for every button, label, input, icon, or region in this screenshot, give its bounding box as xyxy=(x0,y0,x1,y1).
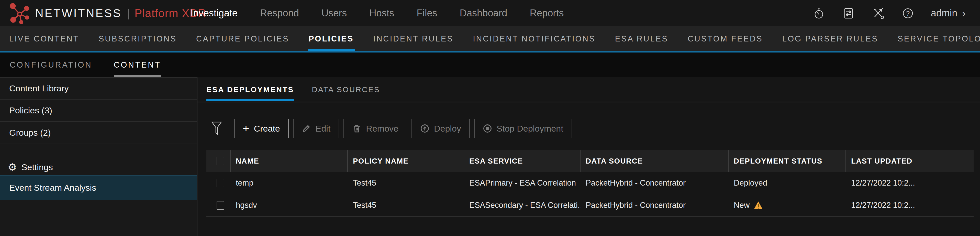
nav2-live-content[interactable]: LIVE CONTENT xyxy=(9,26,79,51)
row-checkbox[interactable] xyxy=(216,179,224,187)
brand-separator: | xyxy=(127,7,130,20)
deploy-up-icon xyxy=(420,124,430,133)
sidebar-item-groups[interactable]: Groups (2) xyxy=(0,122,197,144)
user-menu[interactable]: admin › xyxy=(931,8,966,19)
nav2-log-parser-rules[interactable]: LOG PARSER RULES xyxy=(782,26,878,51)
tab-data-sources[interactable]: DATA SOURCES xyxy=(312,77,380,102)
table-row[interactable]: hgsdv Test45 ESASecondary - ESA Correlat… xyxy=(206,194,974,217)
nav2-custom-feeds[interactable]: CUSTOM FEEDS xyxy=(688,26,763,51)
topbar-right: ? admin › xyxy=(812,6,966,20)
warning-icon xyxy=(754,201,763,210)
cell-policy-name: Test45 xyxy=(348,172,464,194)
topnav-files[interactable]: Files xyxy=(417,8,437,19)
topnav-dashboard[interactable]: Dashboard xyxy=(460,8,508,19)
user-name: admin xyxy=(931,8,958,19)
brand[interactable]: NETWITNESS | Platform XDR xyxy=(10,3,206,24)
cell-deployment-status: New xyxy=(729,194,846,216)
deploy-button[interactable]: Deploy xyxy=(412,119,470,138)
nav2-service-topology[interactable]: SERVICE TOPOLOGY xyxy=(898,26,980,51)
cell-name: hgsdv xyxy=(231,194,348,216)
top-bar: NETWITNESS | Platform XDR Investigate Re… xyxy=(0,0,980,26)
tab-esa-deployments[interactable]: ESA DEPLOYMENTS xyxy=(206,77,294,102)
app-root: NETWITNESS | Platform XDR Investigate Re… xyxy=(0,0,980,236)
main-panel: ESA DEPLOYMENTS DATA SOURCES + Create Ed… xyxy=(197,77,980,236)
cell-name: temp xyxy=(231,172,348,194)
nav2-policies[interactable]: POLICIES xyxy=(309,26,354,51)
col-header-esa-service[interactable]: ESA SERVICE xyxy=(464,150,581,172)
nav2-esa-rules[interactable]: ESA RULES xyxy=(615,26,668,51)
cell-esa-service: ESAPrimary - ESA Correlation xyxy=(464,172,581,194)
trash-icon xyxy=(352,124,361,133)
topnav-investigate[interactable]: Investigate xyxy=(191,8,238,19)
stop-deployment-button[interactable]: Stop Deployment xyxy=(474,119,572,138)
secondary-nav: LIVE CONTENT SUBSCRIPTIONS CAPTURE POLIC… xyxy=(0,26,980,53)
sidebar-settings-header: ⚙ Settings xyxy=(0,159,197,175)
brand-name: NETWITNESS xyxy=(35,7,122,20)
cell-data-source: PacketHybrid - Concentrator xyxy=(581,172,729,194)
topnav-users[interactable]: Users xyxy=(321,8,347,19)
table-header-row: NAME POLICY NAME ESA SERVICE DATA SOURCE… xyxy=(206,150,974,172)
col-header-name[interactable]: NAME xyxy=(231,150,348,172)
col-header-last-updated[interactable]: LAST UPDATED xyxy=(846,150,974,172)
main-tabs: ESA DEPLOYMENTS DATA SOURCES xyxy=(197,77,980,102)
sidebar: Content Library Policies (3) Groups (2) … xyxy=(0,77,197,236)
pencil-icon xyxy=(302,124,311,133)
svg-text:?: ? xyxy=(906,10,910,17)
topnav-respond[interactable]: Respond xyxy=(260,8,299,19)
tertiary-nav: CONFIGURATION CONTENT xyxy=(0,53,980,77)
gear-icon: ⚙ xyxy=(8,162,17,172)
col-header-deployment-status[interactable]: DEPLOYMENT STATUS xyxy=(729,150,846,172)
stop-icon xyxy=(483,124,492,133)
nav2-incident-notifications[interactable]: INCIDENT NOTIFICATIONS xyxy=(473,26,596,51)
cell-esa-service: ESASecondary - ESA Correlati... xyxy=(464,194,581,216)
cell-data-source: PacketHybrid - Concentrator xyxy=(581,194,729,216)
tools-icon[interactable] xyxy=(872,6,885,20)
cell-last-updated: 12/27/2022 10:2... xyxy=(846,194,974,216)
topnav-reports[interactable]: Reports xyxy=(530,8,564,19)
sidebar-settings-label: Settings xyxy=(21,162,53,172)
deployments-table: NAME POLICY NAME ESA SERVICE DATA SOURCE… xyxy=(206,150,974,217)
toolbar: + Create Edit Remove Deploy Stop D xyxy=(211,119,980,138)
sidebar-item-event-stream-analysis[interactable]: Event Stream Analysis xyxy=(0,175,197,200)
edit-button[interactable]: Edit xyxy=(293,119,339,138)
stopwatch-icon[interactable] xyxy=(812,6,826,20)
create-button[interactable]: + Create xyxy=(234,119,289,138)
cell-last-updated: 12/27/2022 10:2... xyxy=(846,172,974,194)
cell-deployment-status: Deployed xyxy=(729,172,846,194)
col-header-data-source[interactable]: DATA SOURCE xyxy=(581,150,729,172)
content-area: Content Library Policies (3) Groups (2) … xyxy=(0,77,980,236)
chevron-right-icon: › xyxy=(962,8,966,19)
sidebar-item-content-library[interactable]: Content Library xyxy=(0,77,197,100)
cell-policy-name: Test45 xyxy=(348,194,464,216)
topnav-hosts[interactable]: Hosts xyxy=(369,8,394,19)
nav2-incident-rules[interactable]: INCIDENT RULES xyxy=(373,26,453,51)
netwitness-logo-icon xyxy=(10,3,30,24)
nav3-content[interactable]: CONTENT xyxy=(114,53,161,77)
remove-button[interactable]: Remove xyxy=(344,119,407,138)
nav3-configuration[interactable]: CONFIGURATION xyxy=(10,53,92,77)
top-nav: Investigate Respond Users Hosts Files Da… xyxy=(191,0,564,26)
help-icon[interactable]: ? xyxy=(901,6,915,20)
select-all-checkbox[interactable] xyxy=(216,157,224,165)
nav2-capture-policies[interactable]: CAPTURE POLICIES xyxy=(196,26,289,51)
nav2-subscriptions[interactable]: SUBSCRIPTIONS xyxy=(99,26,177,51)
filter-icon[interactable] xyxy=(211,121,223,136)
row-checkbox[interactable] xyxy=(216,201,224,210)
plus-icon: + xyxy=(243,123,249,134)
sidebar-item-policies[interactable]: Policies (3) xyxy=(0,100,197,122)
table-row[interactable]: temp Test45 ESAPrimary - ESA Correlation… xyxy=(206,172,974,194)
jobs-icon[interactable] xyxy=(842,6,855,20)
col-header-policy-name[interactable]: POLICY NAME xyxy=(348,150,464,172)
